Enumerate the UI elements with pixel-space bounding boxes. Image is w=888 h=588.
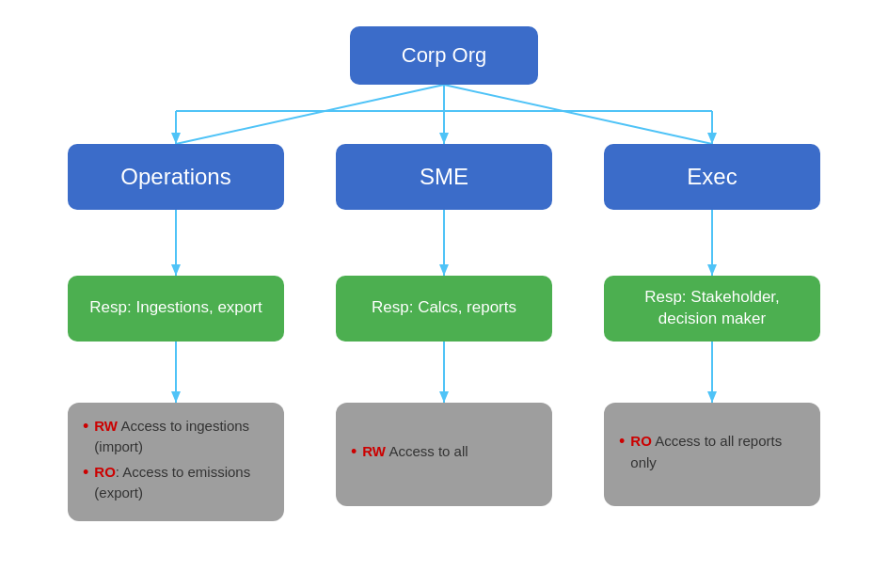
operations-rw-label: RW: [94, 418, 118, 434]
sme-label: SME: [420, 164, 468, 190]
operations-bullet-2: • RO: Access to emissions (export): [83, 462, 269, 504]
svg-marker-13: [171, 391, 181, 403]
org-diagram: Corp Org Operations SME Exec Resp: Inges…: [11, 8, 877, 581]
svg-marker-9: [439, 264, 449, 276]
exec-resp-node: Resp: Stakeholder, decision maker: [604, 276, 820, 342]
svg-marker-1: [171, 133, 181, 144]
operations-resp-label: Resp: Ingestions, export: [89, 297, 262, 318]
svg-marker-3: [439, 133, 449, 144]
operations-label: Operations: [120, 164, 230, 190]
sme-bullet-1: • RW Access to all: [351, 441, 468, 463]
exec-bullet-1: • RO Access to all reports only: [619, 431, 805, 473]
sme-node: SME: [336, 144, 552, 210]
exec-resp-label: Resp: Stakeholder, decision maker: [619, 287, 805, 328]
operations-access-node: • RW Access to ingestions (import) • RO:…: [68, 403, 284, 521]
exec-node: Exec: [604, 144, 820, 210]
root-label: Corp Org: [402, 43, 486, 68]
exec-access-node: • RO Access to all reports only: [604, 403, 820, 506]
svg-marker-7: [171, 264, 181, 276]
sme-resp-node: Resp: Calcs, reports: [336, 276, 552, 342]
exec-label: Exec: [687, 164, 737, 190]
operations-ro-label: RO: [94, 464, 116, 480]
svg-marker-15: [439, 391, 449, 403]
svg-line-4: [444, 85, 712, 144]
root-node: Corp Org: [350, 26, 538, 85]
svg-marker-5: [707, 133, 717, 144]
operations-node: Operations: [68, 144, 284, 210]
svg-marker-11: [707, 264, 717, 276]
sme-access-node: • RW Access to all: [336, 403, 552, 506]
exec-ro-label: RO: [630, 433, 652, 449]
sme-rw-label: RW: [362, 443, 386, 459]
svg-line-0: [176, 85, 444, 144]
sme-resp-label: Resp: Calcs, reports: [372, 297, 516, 318]
operations-bullet-1: • RW Access to ingestions (import): [83, 416, 269, 458]
operations-resp-node: Resp: Ingestions, export: [68, 276, 284, 342]
svg-marker-17: [707, 391, 717, 403]
